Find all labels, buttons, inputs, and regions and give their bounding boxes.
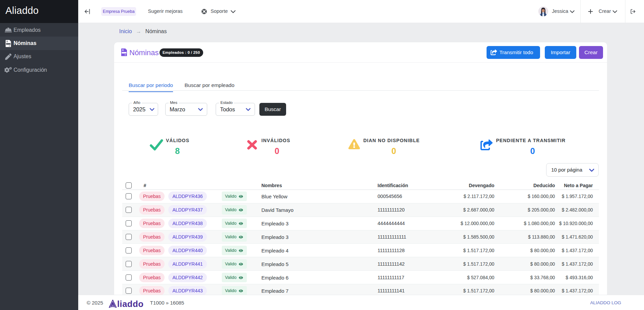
svg-text:liaddo: liaddo — [117, 299, 144, 308]
